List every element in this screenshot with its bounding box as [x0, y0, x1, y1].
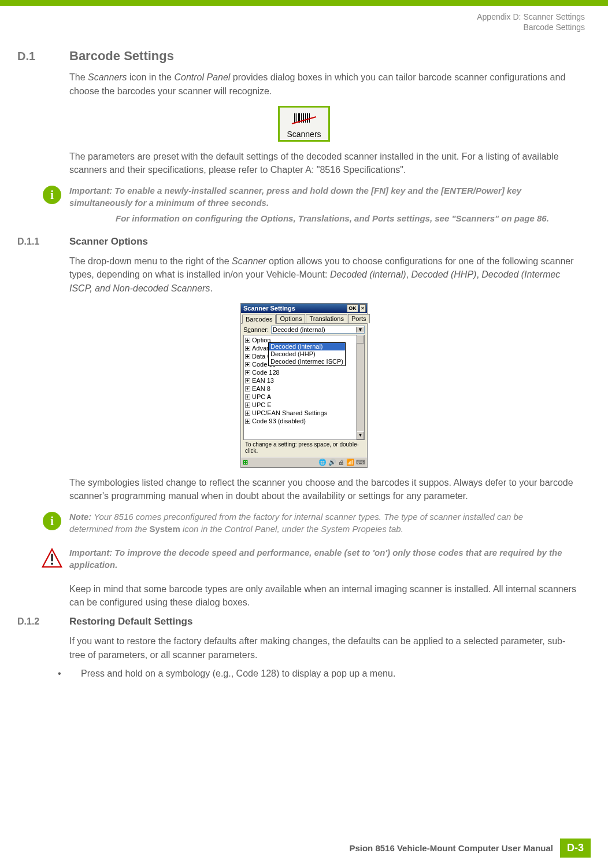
- taskbar: ⊞ 🌐 🔊 🖨 📶 ⌨: [241, 457, 367, 467]
- tabs-row: Barcodes Options Translations Ports: [241, 313, 367, 324]
- hint-text: To change a setting: press space, or dou…: [243, 440, 365, 455]
- svg-rect-5: [305, 113, 306, 123]
- section-number: D.1.1: [17, 237, 69, 247]
- info-icon: i: [35, 184, 69, 228]
- footer-manual-title: Psion 8516 Vehicle-Mount Computer User M…: [349, 843, 553, 853]
- scanner-dropdown[interactable]: Decoded (internal) ▼: [271, 326, 365, 334]
- section-title: Scanner Options: [69, 236, 148, 248]
- tree-item[interactable]: +UPC A: [245, 393, 363, 401]
- d11-para2: The symbologies listed change to reflect…: [17, 476, 591, 503]
- chevron-down-icon[interactable]: ▼: [356, 327, 364, 333]
- window-titlebar: Scanner Settings OK ×: [241, 304, 367, 313]
- dropdown-option[interactable]: Decoded (HHP): [269, 350, 345, 358]
- dropdown-option[interactable]: Decoded (Intermec ISCP): [269, 358, 345, 365]
- section-title: Barcode Settings: [69, 49, 174, 64]
- note-label: Note:: [69, 512, 91, 522]
- info-icon: i: [35, 511, 69, 538]
- tray-icons: 🌐 🔊 🖨 📶 ⌨: [318, 459, 365, 466]
- breadcrumb-line1: Appendix D: Scanner Settings: [17, 12, 585, 22]
- scanner-settings-window: Scanner Settings OK × Barcodes Options T…: [240, 303, 368, 468]
- scroll-up-button[interactable]: [357, 335, 364, 343]
- scanners-icon-caption: Scanners: [287, 130, 321, 139]
- section-d11-header: D.1.1 Scanner Options: [17, 236, 591, 248]
- scanners-icon-box: Scanners: [278, 106, 329, 142]
- tab-ports[interactable]: Ports: [348, 314, 370, 323]
- d11-para3: Keep in mind that some barcode types are…: [17, 582, 591, 609]
- scanner-label: Scanner:: [243, 326, 269, 333]
- d12-bullet1: •Press and hold on a symbology (e.g., Co…: [17, 668, 591, 679]
- footer-page-number: D-3: [560, 839, 591, 858]
- scroll-down-button[interactable]: ▼: [357, 431, 364, 439]
- svg-rect-6: [307, 113, 308, 123]
- d1-para1: The Scanners icon in the Control Panel p…: [17, 71, 591, 97]
- svg-rect-0: [294, 113, 295, 123]
- svg-rect-7: [309, 113, 310, 123]
- important-callout-1: i Important: To enable a newly-installed…: [17, 184, 591, 228]
- dropdown-option[interactable]: Decoded (internal): [269, 343, 345, 350]
- tab-options[interactable]: Options: [276, 314, 305, 323]
- scanner-dropdown-popup: Decoded (internal) Decoded (HHP) Decoded…: [268, 342, 346, 366]
- scanners-icon-figure: Scanners: [17, 106, 591, 142]
- important-label: Important:: [69, 186, 112, 195]
- tree-item[interactable]: +Code 128: [245, 368, 363, 376]
- svg-rect-4: [303, 113, 304, 123]
- start-icon[interactable]: ⊞: [243, 459, 248, 466]
- section-d1-header: D.1 Barcode Settings: [17, 49, 591, 64]
- section-d12-header: D.1.2 Restoring Default Settings: [17, 616, 591, 627]
- important2-text: To improve the decode speed and performa…: [69, 548, 562, 570]
- section-number: D.1.2: [17, 616, 69, 627]
- tab-translations[interactable]: Translations: [306, 314, 347, 323]
- tree-scrollbar[interactable]: ▼: [356, 335, 364, 439]
- svg-point-11: [51, 563, 53, 565]
- tree-item[interactable]: +EAN 13: [245, 376, 363, 385]
- barcode-scanner-icon: [291, 111, 317, 128]
- important1-text2: For information on configuring the Optio…: [116, 213, 549, 223]
- breadcrumb-line2: Barcode Settings: [17, 22, 585, 32]
- d12-para1: If you want to restore the factory defau…: [17, 634, 591, 661]
- page-footer: Psion 8516 Vehicle-Mount Computer User M…: [349, 839, 591, 858]
- tree-item[interactable]: +UPC E: [245, 401, 363, 409]
- top-accent-bar: [0, 0, 608, 6]
- important-label: Important:: [69, 548, 112, 557]
- d11-para1: The drop-down menu to the right of the S…: [17, 254, 591, 295]
- d1-para2: The parameters are preset with the defau…: [17, 150, 591, 176]
- tab-barcodes[interactable]: Barcodes: [242, 315, 276, 324]
- tree-item[interactable]: +EAN 8: [245, 385, 363, 393]
- window-title: Scanner Settings: [242, 305, 346, 312]
- section-title: Restoring Default Settings: [69, 616, 192, 627]
- svg-rect-1: [296, 113, 297, 123]
- important-callout-2: Important: To improve the decode speed a…: [17, 546, 591, 574]
- note-callout: i Note: Your 8516 comes preconfigured fr…: [17, 511, 591, 538]
- tree-item[interactable]: +Code 93 (disabled): [245, 417, 363, 425]
- warning-icon: [35, 546, 69, 574]
- tree-item[interactable]: +UPC/EAN Shared Settings: [245, 409, 363, 417]
- scanner-settings-screenshot: Scanner Settings OK × Barcodes Options T…: [17, 303, 591, 468]
- ok-button[interactable]: OK: [347, 304, 358, 312]
- important1-text1: To enable a newly-installed scanner, pre…: [69, 186, 521, 208]
- section-number: D.1: [17, 50, 69, 63]
- breadcrumb: Appendix D: Scanner Settings Barcode Set…: [17, 6, 591, 43]
- close-button[interactable]: ×: [359, 304, 366, 312]
- settings-tree[interactable]: Decoded (internal) Decoded (HHP) Decoded…: [243, 335, 365, 440]
